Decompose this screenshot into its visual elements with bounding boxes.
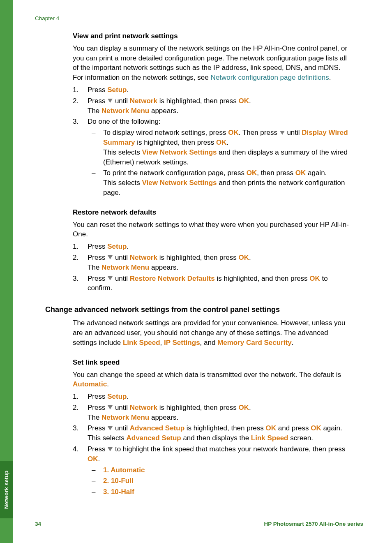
text: . [249,404,251,411]
text: Press [88,445,107,453]
link-speed-options: 1. Automatic 2. 10-Full 3. 10-Half [88,465,352,497]
btn-ok: OK [266,424,277,432]
btn-ok: OK [309,275,320,282]
text: to highlight the link speed that matches… [113,445,345,453]
step-3: Do one of the following: To display wire… [73,117,352,197]
text: . [127,393,129,400]
page-number: 34 [35,520,41,528]
steps-link-speed: Press Setup. Press until Network is high… [73,392,352,497]
heading-set-link-speed: Set link speed [73,358,352,367]
step-2: Press until Network is highlighted, then… [73,96,352,116]
option-label: 1. Automatic [103,466,145,474]
text: until [113,424,130,432]
step-4: Press to highlight the link speed that m… [73,444,352,497]
text: appears. [149,263,178,271]
down-arrow-icon [108,447,113,451]
step-3: Press until Advanced Setup is highlighte… [73,423,352,443]
btn-network: Network [130,97,157,105]
option-display-wired: To display wired network settings, press… [88,128,352,167]
btn-ok: OK [295,169,306,177]
text: . Then press [239,129,279,136]
steps-view-print: Press Setup. Press until Network is high… [73,85,352,198]
step-3: Press until Restore Network Defaults is … [73,274,352,293]
down-arrow-icon [280,131,285,135]
text: appears. [149,107,178,115]
view-network-settings: View Network Settings [142,179,217,187]
text: . [329,74,331,81]
step-1: Press Setup. [73,392,352,402]
step-3-options: To display wired network settings, press… [88,128,352,198]
text: The [88,263,101,271]
product-series: HP Photosmart 2570 All-in-One series [264,520,363,528]
text: again. [306,169,327,177]
text: is highlighted, then press [135,139,216,146]
main-content: View and print network settings You can … [73,31,352,498]
text: until [113,97,130,105]
text: is highlighted, and then press [215,275,310,282]
text: is highlighted, then press [157,254,239,261]
text: Do one of the following: [88,118,161,125]
step-2: Press until Network is highlighted, then… [73,253,352,273]
text: Press [88,243,107,250]
opt-10-half: 3. 10-Half [88,487,352,497]
text: . [249,97,251,105]
page-footer: 34 HP Photosmart 2570 All-in-One series [35,520,363,528]
text: Press [88,424,107,432]
advanced-setup: Advanced Setup [126,434,181,442]
link-network-config-defs[interactable]: Network configuration page definitions [210,74,329,81]
text: This selects [103,148,142,156]
text: until [113,404,130,411]
intro-paragraph-4: You can change the speed at which data i… [73,370,352,390]
text: until [113,254,130,261]
option-print-config: To print the network configuration page,… [88,168,352,197]
down-arrow-icon [108,405,113,409]
btn-ok: OK [238,97,249,105]
down-arrow-icon [108,276,113,280]
text: The [88,414,101,421]
advanced-setup: Advanced Setup [130,424,184,432]
btn-ok: OK [216,139,227,146]
btn-ok: OK [238,404,249,411]
text: . [127,86,129,94]
text: , then press [257,169,295,177]
down-arrow-icon [108,99,113,103]
view-network-settings: View Network Settings [142,148,217,156]
text: You can change the speed at which data i… [73,371,341,379]
option-result: This selects View Network Settings and t… [103,178,352,198]
text: screen. [288,434,313,442]
btn-network: Network [130,404,157,411]
text: until [285,129,302,136]
intro-paragraph-3: The advanced network settings are provid… [73,318,352,347]
network-menu: Network Menu [101,107,149,115]
text: The [88,107,101,115]
text: Press [88,254,107,261]
text: is highlighted, then press [157,97,239,105]
ip-settings: IP Settings [164,339,200,347]
text: Press [88,97,107,105]
step-2-note: The Network Menu appears. [88,106,352,116]
down-arrow-icon [108,426,113,430]
btn-ok: OK [238,254,249,261]
link-speed: Link Speed [251,434,288,442]
text: . [227,139,229,146]
text: This selects [88,434,126,442]
step-2-note: The Network Menu appears. [88,263,352,273]
text: . [98,455,100,463]
restore-network-defaults: Restore Network Defaults [130,275,215,282]
text: appears. [149,414,178,421]
btn-setup: Setup [107,243,127,250]
text: and press [276,424,311,432]
btn-ok: OK [247,169,257,177]
heading-view-print: View and print network settings [73,31,352,41]
text: Press [88,404,107,411]
intro-paragraph-2: You can reset the network settings to wh… [73,220,352,240]
text: . [127,243,129,250]
step-3-note: This selects Advanced Setup and then dis… [88,433,352,443]
text: Press [88,86,107,94]
text: To display wired network settings, press [103,129,228,136]
heading-change-advanced: Change advanced network settings from th… [45,305,352,315]
text: is highlighted, then press [184,424,266,432]
step-1: Press Setup. [73,242,352,252]
link-speed: Link Speed [123,339,160,347]
text: until [113,275,130,282]
